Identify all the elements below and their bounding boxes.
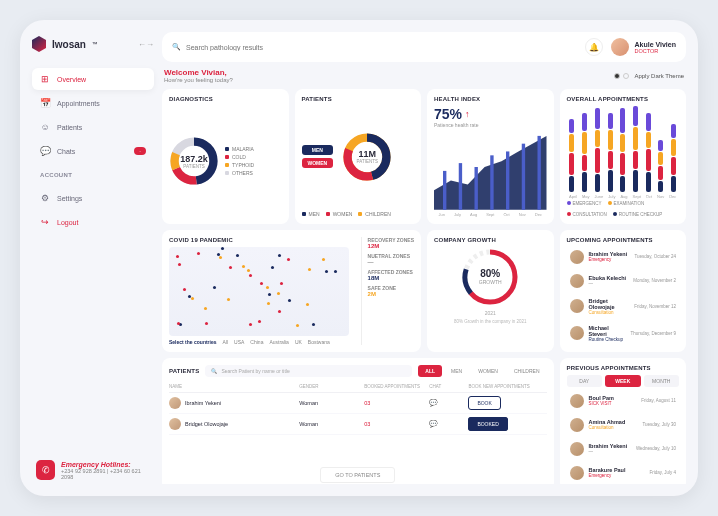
avatar — [570, 250, 584, 264]
calendar-icon: 📅 — [40, 98, 50, 108]
svg-rect-7 — [443, 171, 446, 210]
phone-icon[interactable]: ✆ — [36, 460, 55, 480]
overall-appointments-card: OVERALL APPOINTMENTS AprilMayJuneJulyAug… — [560, 89, 687, 224]
search-input[interactable] — [186, 44, 577, 51]
collapse-icon[interactable]: ←→ — [138, 40, 154, 49]
diagnostics-donut: 187.2kPATIENTS — [169, 136, 219, 186]
nav-chats[interactable]: 💬Chats· — [32, 140, 154, 162]
appointment-row[interactable]: Boul PamSICK VISITFriday, August 11 — [567, 391, 680, 411]
main-nav: ⊞Overview 📅Appointments ☺Patients 💬Chats… — [32, 68, 154, 162]
nav-patients[interactable]: ☺Patients — [32, 116, 154, 138]
chat-icon: 💬 — [40, 146, 50, 156]
avatar — [169, 418, 181, 430]
arrow-up-icon: ↑ — [465, 109, 470, 119]
brand-name: Iwosan — [52, 39, 86, 50]
patients-search[interactable]: 🔍Search Patient by name or title — [205, 365, 412, 377]
company-growth-card: COMPANY GROWTH 80%GROWTH 2021 80% Growth… — [427, 230, 554, 352]
search-box[interactable]: 🔍 — [172, 43, 577, 51]
logout-icon: ↪ — [40, 217, 50, 227]
nav-settings[interactable]: ⚙Settings — [32, 187, 154, 209]
nav-appointments[interactable]: 📅Appointments — [32, 92, 154, 114]
avatar — [169, 397, 181, 409]
svg-rect-9 — [475, 167, 478, 210]
patients-donut: 11MPATIENTS — [342, 132, 392, 182]
svg-rect-10 — [490, 155, 493, 209]
appointment-row[interactable]: Ibrahim YekeniEmergencyTuesday, October … — [567, 247, 680, 267]
avatar — [570, 418, 584, 432]
gear-icon: ⚙ — [40, 193, 50, 203]
search-icon: 🔍 — [211, 368, 217, 374]
book-button[interactable]: BOOKED — [468, 417, 507, 431]
svg-rect-11 — [506, 151, 509, 209]
filter-men[interactable]: MEN — [444, 365, 469, 377]
search-icon: 🔍 — [172, 43, 181, 51]
avatar — [570, 466, 584, 480]
tab-day[interactable]: DAY — [567, 375, 603, 387]
avatar — [570, 394, 584, 408]
brand-logo-icon — [32, 36, 46, 52]
world-map[interactable] — [169, 247, 349, 336]
appointment-row[interactable]: Amina AhmadConsultationTuesday, July 30 — [567, 415, 680, 435]
section-account: ACCOUNT — [40, 172, 154, 178]
avatar — [570, 274, 584, 288]
nav-overview[interactable]: ⊞Overview — [32, 68, 154, 90]
nav-logout[interactable]: ↪Logout — [32, 211, 154, 233]
grid-icon: ⊞ — [40, 74, 50, 84]
user-icon: ☺ — [40, 122, 50, 132]
chat-badge: · — [134, 147, 146, 155]
goto-patients-button[interactable]: GO TO PATIENTS — [320, 467, 395, 483]
book-button[interactable]: BOOK — [468, 396, 500, 410]
svg-rect-12 — [522, 144, 525, 210]
welcome-title: Welcome Vivian, — [164, 68, 233, 77]
avatar — [570, 299, 584, 313]
theme-toggle[interactable]: Apply Dark Theme — [614, 73, 684, 79]
brand: Iwosan™ ←→ — [32, 32, 154, 62]
appointment-row[interactable]: Michael SteveriRoutine CheckupThursday, … — [567, 322, 680, 345]
user-menu[interactable]: Akule Vivien DOCTOR — [611, 38, 676, 56]
dark-icon — [623, 73, 629, 79]
chat-icon[interactable]: 💬 — [429, 420, 468, 428]
country-tabs[interactable]: Select the countries AllUSAChinaAustrali… — [169, 339, 349, 345]
appointment-row[interactable]: Ibrahim Yekeni—Wednesday, July 10 — [567, 439, 680, 459]
filter-all[interactable]: ALL — [418, 365, 442, 377]
appointment-row[interactable]: Ebuka Kelechi—Monday, November 2 — [567, 271, 680, 291]
diagnostics-card: DIAGNOSTICS 187.2kPATIENTS MALARIA COLD … — [162, 89, 289, 224]
filter-children[interactable]: CHILDREN — [507, 365, 547, 377]
chat-icon[interactable]: 💬 — [429, 399, 468, 407]
appointment-row[interactable]: Barakure PaulEmergencyFriday, July 4 — [567, 463, 680, 483]
svg-rect-13 — [538, 136, 541, 210]
user-avatar — [611, 38, 629, 56]
patient-row[interactable]: Ibrahim YekeniWoman03💬BOOK — [169, 393, 547, 414]
appointment-row[interactable]: Bridget OlowojajeConsultationFriday, Nov… — [567, 295, 680, 318]
growth-gauge: 80%GROWTH — [460, 247, 520, 307]
health-index-card: HEALTH INDEX 75%↑ Patience health rate J… — [427, 89, 554, 224]
svg-rect-8 — [459, 163, 462, 210]
welcome-sub: How're you feeling today? — [164, 77, 233, 83]
filter-women[interactable]: WOMEN — [471, 365, 505, 377]
light-icon — [614, 73, 620, 79]
patients-card: PATIENTS MEN WOMEN 11MPATIENTS MEN W — [295, 89, 422, 224]
topbar: 🔍 🔔 Akule Vivien DOCTOR — [162, 32, 686, 62]
emergency-hotlines: ✆ Emergency Hotlines: +234 92 928 2891 |… — [32, 456, 154, 484]
avatar — [570, 442, 584, 456]
covid-card: COVID 19 PANDEMIC Select the countries A… — [162, 230, 421, 352]
previous-appointments-card: PREVIOUS APPOINTMENTS DAYWEEKMONTH Boul … — [560, 358, 687, 484]
upcoming-appointments-card: UPCOMING APPOINTMENTS Ibrahim YekeniEmer… — [560, 230, 687, 352]
patients-table-card: PATIENTS 🔍Search Patient by name or titl… — [162, 358, 554, 484]
tab-month[interactable]: MONTH — [644, 375, 680, 387]
patient-row[interactable]: Bridget OlowojajeWoman03💬BOOKED — [169, 414, 547, 435]
tab-week[interactable]: WEEK — [605, 375, 641, 387]
notifications-button[interactable]: 🔔 — [585, 38, 603, 56]
avatar — [570, 326, 584, 340]
